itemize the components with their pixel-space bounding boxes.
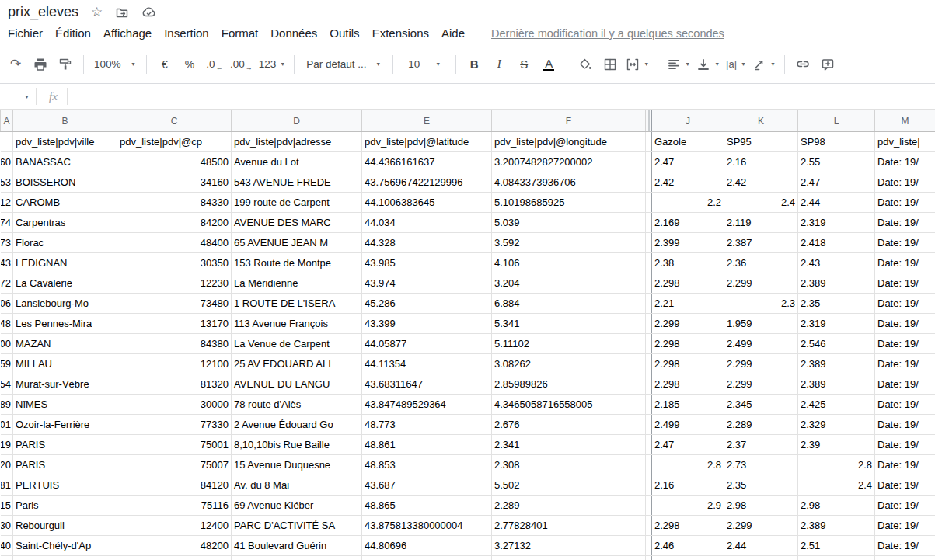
zoom-select[interactable]: 100% ▼: [92, 54, 138, 75]
cell-lon[interactable]: 5.11102: [492, 334, 646, 354]
cell-cp[interactable]: 34160: [117, 172, 232, 193]
cell-lat[interactable]: 44.80696: [362, 536, 492, 556]
column-header-E[interactable]: E: [362, 110, 492, 132]
horizontal-align-menu[interactable]: ▼: [667, 54, 690, 75]
cell-cp[interactable]: 30350: [117, 253, 232, 273]
number-format-menu[interactable]: 123 ▼: [259, 54, 285, 75]
cell-cp[interactable]: 12400: [117, 516, 232, 536]
cell-a[interactable]: 089: [1, 395, 13, 415]
cell-empty[interactable]: [875, 556, 935, 560]
cell-date[interactable]: Date: 19/: [875, 213, 935, 233]
cell-gazole[interactable]: 2.2: [652, 193, 724, 213]
cell-lat[interactable]: 48.861: [362, 435, 492, 455]
field-header-cell-lat[interactable]: pdv_liste|pdv|@latitude: [362, 132, 492, 152]
cell-date[interactable]: Date: 19/: [875, 536, 935, 556]
cell-a[interactable]: 300: [1, 334, 13, 354]
menu-item-4[interactable]: Format: [215, 25, 265, 41]
font-size-select[interactable]: 10 ▼: [402, 54, 447, 75]
cell-cp[interactable]: 84120: [117, 475, 232, 496]
cell-addr[interactable]: AVENUE DU LANGU: [232, 374, 362, 395]
name-box[interactable]: ▼: [0, 84, 36, 109]
cell-a[interactable]: 515: [1, 496, 13, 516]
cell-sp98[interactable]: 2.389: [798, 354, 875, 374]
cell-cp[interactable]: 75001: [117, 435, 232, 455]
cell-a[interactable]: 906: [1, 294, 13, 314]
cell-city[interactable]: Les Pennes-Mira: [13, 314, 117, 334]
cell-sp98[interactable]: 2.329: [798, 415, 875, 435]
cell-sp95[interactable]: 2.36: [724, 253, 798, 273]
cell-sp95[interactable]: 2.16: [724, 152, 798, 172]
cell-sp95[interactable]: 1.959: [724, 314, 798, 334]
cell-lon[interactable]: 2.77828401: [492, 516, 646, 536]
cell-city[interactable]: Ozoir-la-Ferrière: [13, 415, 117, 435]
cell-a[interactable]: 774: [1, 213, 13, 233]
menu-item-0[interactable]: Fichier: [2, 25, 49, 41]
cell-a[interactable]: 930: [1, 516, 13, 536]
cell-lon[interactable]: 5.502: [492, 475, 646, 496]
insert-link-button[interactable]: [794, 54, 812, 75]
cell-sp95[interactable]: 2.299: [724, 374, 798, 395]
cell-a[interactable]: 772: [1, 273, 13, 294]
cell-addr[interactable]: 8,10,10bis Rue Baille: [232, 435, 362, 455]
cell-date[interactable]: Date: 19/: [875, 193, 935, 213]
cell-gazole[interactable]: 2.8: [652, 455, 724, 475]
cell-a[interactable]: 359: [1, 354, 13, 374]
cell-a[interactable]: 281: [1, 475, 13, 496]
cell-sp95[interactable]: 2.289: [724, 415, 798, 435]
cell-cp[interactable]: 12230: [117, 273, 232, 294]
cell-sp95[interactable]: 2.499: [724, 334, 798, 354]
cell-empty[interactable]: [724, 556, 798, 560]
cell-sp98[interactable]: 2.4: [798, 475, 875, 496]
cell-addr[interactable]: Av. du 8 Mai: [232, 475, 362, 496]
cell-gazole[interactable]: 2.42: [652, 172, 724, 193]
cell-lon[interactable]: 2.85989826: [492, 374, 646, 395]
cell-city[interactable]: MILLAU: [13, 354, 117, 374]
cell-gazole[interactable]: 2.298: [652, 354, 724, 374]
cell-addr[interactable]: 199 route de Carpent: [232, 193, 362, 213]
cell-lat[interactable]: 48.773: [362, 415, 492, 435]
cell-addr[interactable]: Avenue du Lot: [232, 152, 362, 172]
field-header-cell-a[interactable]: [1, 132, 13, 152]
cell-a[interactable]: 560: [1, 152, 13, 172]
cell-sp95[interactable]: 2.299: [724, 354, 798, 374]
last-modified-link[interactable]: Dernière modification il y a quelques se…: [491, 27, 724, 40]
cell-gazole[interactable]: 2.298: [652, 374, 724, 395]
cell-date[interactable]: Date: 19/: [875, 152, 935, 172]
cell-lat[interactable]: 44.1006383645: [362, 193, 492, 213]
cell-sp95[interactable]: 2.44: [724, 536, 798, 556]
cell-lat[interactable]: 43.68311647: [362, 374, 492, 395]
cell-empty[interactable]: [1, 556, 13, 560]
cell-lat[interactable]: 44.05877: [362, 334, 492, 354]
column-header-A[interactable]: A: [1, 110, 13, 132]
decrease-decimal-button[interactable]: .0 ←: [205, 54, 224, 75]
cell-lon[interactable]: 2.289: [492, 496, 646, 516]
cell-addr[interactable]: La Venue de Carpent: [232, 334, 362, 354]
cell-addr[interactable]: 25 AV EDOUARD ALI: [232, 354, 362, 374]
cell-city[interactable]: MAZAN: [13, 334, 117, 354]
cell-sp95[interactable]: 2.4: [724, 193, 798, 213]
menu-item-5[interactable]: Données: [264, 25, 323, 41]
cell-date[interactable]: Date: 19/: [875, 415, 935, 435]
menu-item-3[interactable]: Insertion: [158, 25, 215, 41]
cell-addr[interactable]: AVENUE DES MARC: [232, 213, 362, 233]
hidden-columns-marker[interactable]: [646, 110, 652, 132]
cell-sp98[interactable]: 2.8: [798, 455, 875, 475]
cell-sp95[interactable]: 2.42: [724, 172, 798, 193]
document-title[interactable]: prix_eleves: [8, 4, 78, 20]
cell-sp98[interactable]: 2.35: [798, 294, 875, 314]
cell-lat[interactable]: 48.865: [362, 496, 492, 516]
cell-city[interactable]: Paris: [13, 496, 117, 516]
cell-cp[interactable]: 84380: [117, 334, 232, 354]
cell-addr[interactable]: 69 Avenue Kléber: [232, 496, 362, 516]
cell-gazole[interactable]: 2.299: [652, 314, 724, 334]
menu-item-1[interactable]: Édition: [49, 25, 97, 41]
cell-cp[interactable]: 84200: [117, 213, 232, 233]
cell-date[interactable]: Date: 19/: [875, 496, 935, 516]
cell-lon[interactable]: 2.341: [492, 435, 646, 455]
cell-lon[interactable]: 5.10198685925: [492, 193, 646, 213]
cell-lat[interactable]: 45.286: [362, 294, 492, 314]
cell-empty[interactable]: [652, 556, 724, 560]
column-header-J[interactable]: J: [652, 110, 724, 132]
menu-item-2[interactable]: Affichage: [97, 25, 158, 41]
column-header-L[interactable]: L: [798, 110, 875, 132]
